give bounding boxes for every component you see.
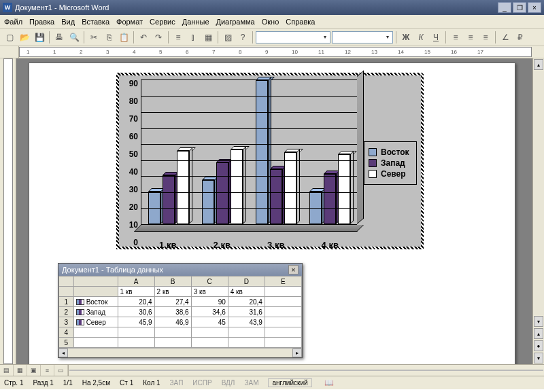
chart-bar[interactable] <box>163 175 175 224</box>
print-button[interactable]: 🖶 <box>52 31 66 44</box>
scroll-down-button[interactable]: ▾ <box>534 316 543 327</box>
datasheet-cell[interactable] <box>154 327 191 338</box>
datasheet-series-name[interactable]: Север <box>73 317 118 327</box>
align-left-button[interactable]: ≡ <box>449 31 462 44</box>
datasheet-cell[interactable]: 20,4 <box>118 297 154 307</box>
menu-help[interactable]: Справка <box>286 18 315 26</box>
bold-button[interactable]: Ж <box>399 31 413 44</box>
datasheet-row-header[interactable]: 4 <box>59 327 74 338</box>
align-center-button[interactable]: ≡ <box>464 31 477 44</box>
datasheet-cell[interactable] <box>265 317 301 327</box>
close-button[interactable]: × <box>528 2 541 13</box>
datasheet-col-header[interactable]: E <box>265 277 301 287</box>
legend-item[interactable]: Запад <box>369 158 412 168</box>
chart-object[interactable]: 9080706050403020100 1 кв2 кв3 кв4 кв Вос <box>116 73 424 249</box>
italic-button[interactable]: К <box>414 31 428 44</box>
font-size-combo[interactable]: ▾ <box>332 31 393 43</box>
datasheet-cell[interactable]: 2 кв <box>154 287 191 297</box>
maximize-button[interactable]: ❐ <box>513 2 526 13</box>
datasheet-cell[interactable] <box>265 338 301 348</box>
datasheet-cell[interactable]: 38,6 <box>154 307 191 317</box>
datasheet-scrollbar-horizontal[interactable]: ◂▸ <box>58 348 302 357</box>
help-button[interactable]: ? <box>236 31 250 44</box>
chart-bar[interactable] <box>270 169 282 225</box>
datasheet-cell[interactable]: 45,9 <box>118 317 154 327</box>
angle-text-button[interactable]: ∠ <box>498 31 512 44</box>
datasheet-cell[interactable]: 34,6 <box>191 307 228 317</box>
chart-bar[interactable] <box>202 180 214 224</box>
view-web-button[interactable]: ▦ <box>14 365 27 376</box>
datasheet-row-header[interactable]: 3 <box>59 317 74 327</box>
vertical-ruler[interactable] <box>0 58 16 364</box>
underline-button[interactable]: Ч <box>429 31 443 44</box>
copy-button[interactable]: ⎘ <box>102 31 116 44</box>
menu-view[interactable]: Вид <box>61 18 75 26</box>
chart-plot-area[interactable]: 9080706050403020100 1 кв2 кв3 кв4 кв <box>123 79 357 247</box>
datasheet-series-name[interactable] <box>73 327 118 338</box>
open-button[interactable]: 📂 <box>18 31 31 44</box>
datasheet-cell[interactable]: 3 кв <box>191 287 228 297</box>
datasheet-cell[interactable]: 1 кв <box>118 287 154 297</box>
chart-bar[interactable] <box>324 174 336 224</box>
chart-bar[interactable] <box>177 151 189 224</box>
scrollbar-vertical[interactable]: ▴ ▾ ▴ ● ▾ <box>532 58 544 364</box>
redo-button[interactable]: ↷ <box>152 31 165 44</box>
datasheet-cell[interactable]: 46,9 <box>154 317 191 327</box>
menu-edit[interactable]: Правка <box>29 18 54 26</box>
view-print-button[interactable]: ▣ <box>27 365 41 376</box>
menu-diagram[interactable]: Диаграмма <box>216 18 255 26</box>
datasheet-close-button[interactable]: × <box>288 265 299 274</box>
chart-bar[interactable] <box>338 154 350 224</box>
browse-object-button[interactable]: ● <box>534 340 543 351</box>
datasheet-cell[interactable] <box>191 327 228 338</box>
datasheet-cell[interactable] <box>265 327 301 338</box>
datasheet-col-header[interactable]: C <box>191 277 228 287</box>
scroll-up-button[interactable]: ▴ <box>534 59 543 70</box>
datasheet-cell[interactable] <box>154 338 191 348</box>
datasheet-row-header[interactable]: 5 <box>59 338 74 348</box>
datasheet-cell[interactable] <box>265 307 301 317</box>
chart-object-combo[interactable]: ▾ <box>256 31 330 43</box>
datasheet-cell[interactable]: 43,9 <box>228 317 265 327</box>
datasheet-cell[interactable] <box>265 297 301 307</box>
menu-data[interactable]: Данные <box>182 18 209 26</box>
print-preview-button[interactable]: 🔍 <box>67 31 81 44</box>
save-button[interactable]: 💾 <box>33 31 46 44</box>
menu-format[interactable]: Формат <box>116 18 143 26</box>
legend-item[interactable]: Восток <box>369 147 412 157</box>
datasheet-col-header[interactable]: B <box>154 277 191 287</box>
paste-button[interactable]: 📋 <box>117 31 131 44</box>
undo-button[interactable]: ↶ <box>137 31 150 44</box>
new-doc-button[interactable]: ▢ <box>3 31 16 44</box>
datasheet-cell[interactable] <box>228 338 265 348</box>
minimize-button[interactable]: _ <box>498 2 511 13</box>
datasheet-row-header[interactable]: 1 <box>59 297 74 307</box>
by-row-button[interactable]: ≡ <box>171 31 185 44</box>
menu-file[interactable]: Файл <box>4 18 22 26</box>
datasheet-col-header[interactable]: D <box>228 277 265 287</box>
currency-button[interactable]: ₽ <box>513 31 527 44</box>
chart-bar[interactable] <box>284 152 296 224</box>
datasheet-cell[interactable]: 30,6 <box>118 307 154 317</box>
horizontal-ruler[interactable]: 11234567891011121314151617 <box>19 47 532 57</box>
datasheet-series-name[interactable]: Запад <box>73 307 118 317</box>
view-normal-button[interactable]: ▤ <box>0 365 14 376</box>
chart-legend[interactable]: ВостокЗападСевер <box>364 141 417 185</box>
datasheet-cell[interactable] <box>265 287 301 297</box>
next-page-button[interactable]: ▾ <box>534 353 543 363</box>
datasheet-cell[interactable]: 4 кв <box>228 287 265 297</box>
datasheet-row-header[interactable]: 2 <box>59 307 74 317</box>
datasheet-cell[interactable] <box>118 338 154 348</box>
datasheet-cell[interactable]: 31,6 <box>228 307 265 317</box>
status-language[interactable]: английский <box>268 378 311 387</box>
datasheet-cell[interactable]: 45 <box>191 317 228 327</box>
datasheet-grid[interactable]: ABCDE1 кв2 кв3 кв4 кв1Восток20,427,49020… <box>58 276 302 348</box>
datasheet-series-name[interactable] <box>73 338 118 348</box>
datasheet-series-name[interactable]: Восток <box>73 297 118 307</box>
chart-bar[interactable] <box>256 80 268 224</box>
datasheet-cell[interactable] <box>191 338 228 348</box>
menu-window[interactable]: Окно <box>262 18 279 26</box>
book-icon[interactable]: 📖 <box>324 378 334 387</box>
datasheet-cell[interactable]: 90 <box>191 297 228 307</box>
datasheet-cell[interactable] <box>228 327 265 338</box>
